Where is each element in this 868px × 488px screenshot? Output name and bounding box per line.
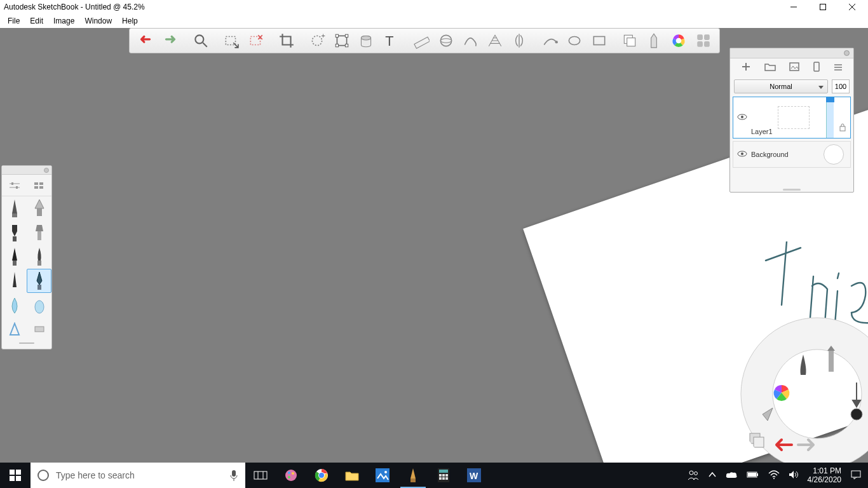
layer-thumbnail [778, 106, 810, 129]
lock-icon[interactable] [839, 123, 846, 134]
tray-battery-icon[interactable] [747, 471, 759, 480]
minimize-button[interactable] [779, 0, 808, 14]
taskbar-app-calculator[interactable] [428, 463, 459, 488]
task-view-button[interactable] [245, 463, 276, 488]
undo-button[interactable] [133, 29, 158, 53]
menu-file[interactable]: File [3, 15, 25, 27]
steady-stroke-button[interactable] [538, 29, 562, 53]
svg-rect-42 [37, 208, 42, 216]
svg-point-76 [288, 471, 290, 474]
layers-panel[interactable]: Normal 100 Layer1 Background [729, 48, 854, 193]
collapse-icon[interactable] [44, 168, 49, 173]
start-button[interactable] [0, 463, 31, 488]
brush-library-toggle[interactable] [27, 175, 51, 196]
brush-chisel[interactable] [27, 220, 51, 245]
visibility-icon[interactable] [737, 149, 750, 160]
brush-inkpen-selected[interactable] [27, 269, 51, 293]
crop-button[interactable] [275, 29, 299, 53]
brush-palette-header[interactable] [2, 166, 51, 175]
selection-clear-button[interactable] [244, 29, 269, 53]
transform-button[interactable] [330, 29, 355, 53]
tray-chevron-up-icon[interactable] [709, 471, 716, 480]
layers-menu-button[interactable] [834, 62, 843, 74]
puck-brush-icon[interactable] [801, 355, 806, 375]
brush-properties-button[interactable] [2, 175, 27, 196]
close-button[interactable] [837, 0, 867, 14]
menu-image[interactable]: Image [48, 15, 79, 27]
taskbar-app-explorer[interactable] [337, 463, 367, 488]
svg-rect-72 [254, 471, 267, 479]
collapse-icon[interactable] [844, 50, 850, 56]
layers-panel-header[interactable] [730, 48, 853, 58]
puck-tools-icon[interactable] [827, 346, 835, 372]
shape-rect-button[interactable] [587, 29, 611, 53]
brush-airbrush[interactable] [27, 196, 51, 220]
perspective-button[interactable] [483, 29, 508, 53]
shape-ellipse-button[interactable] [562, 29, 587, 53]
cortana-icon [37, 469, 50, 482]
symmetry-button[interactable] [507, 29, 532, 53]
layers-button[interactable] [618, 29, 642, 53]
layer-row-background[interactable]: Background [733, 141, 851, 168]
brush-pencil[interactable] [2, 196, 27, 220]
lasso-add-button[interactable]: + [305, 29, 330, 53]
search-box[interactable]: Type here to search [31, 463, 245, 488]
puck-current-brush-icon[interactable] [853, 383, 860, 407]
layer-row-layer1[interactable]: Layer1 [733, 97, 851, 139]
add-layer-button[interactable] [741, 62, 751, 74]
brush-felttip[interactable] [2, 269, 27, 293]
french-curve-button[interactable] [458, 29, 483, 53]
blend-mode-dropdown[interactable]: Normal [734, 79, 828, 93]
ruler-button[interactable] [409, 29, 434, 53]
opacity-field[interactable]: 100 [832, 79, 850, 93]
brush-paintbrush-hard[interactable] [27, 293, 51, 317]
layer-name[interactable]: Layer1 [751, 128, 773, 135]
svg-rect-40 [39, 186, 43, 189]
text-button[interactable]: T [379, 29, 403, 53]
background-color-swatch[interactable] [824, 144, 844, 165]
color-wheel-button[interactable] [667, 29, 691, 53]
menu-help[interactable]: Help [117, 15, 143, 27]
zoom-button[interactable] [189, 29, 214, 53]
selection-rect-button[interactable] [219, 29, 244, 53]
visibility-icon[interactable] [737, 112, 750, 123]
taskbar-app-sketchbook[interactable] [398, 463, 428, 488]
menu-edit[interactable]: Edit [25, 15, 48, 27]
svg-text:T: T [385, 33, 393, 49]
ui-toggle-button[interactable] [691, 29, 715, 53]
brush-ballpoint[interactable] [2, 245, 27, 269]
brush-brushpen[interactable] [27, 245, 51, 269]
layers-panel-resize-handle[interactable] [730, 187, 853, 192]
brush-eraser-hard[interactable] [2, 317, 27, 341]
tray-notifications-icon[interactable] [850, 470, 862, 482]
taskbar-app-chrome[interactable] [306, 463, 337, 488]
taskbar-app-word[interactable]: W [459, 463, 489, 488]
ellipse-guide-button[interactable] [433, 29, 458, 53]
puck-color-icon[interactable] [774, 385, 790, 401]
folder-icon[interactable] [764, 62, 776, 74]
taskbar-app-paint[interactable] [276, 463, 306, 488]
taskbar-app-photos[interactable] [367, 463, 398, 488]
menu-window[interactable]: Window [79, 15, 117, 27]
tray-clock[interactable]: 1:01 PM 4/26/2020 [808, 466, 841, 484]
svg-point-28 [676, 38, 682, 44]
tray-volume-icon[interactable] [789, 470, 799, 481]
brush-library-button[interactable] [642, 29, 667, 53]
svg-rect-47 [37, 285, 41, 290]
device-icon[interactable] [813, 62, 820, 74]
tray-onedrive-icon[interactable] [725, 470, 738, 481]
brush-palette[interactable] [1, 165, 52, 349]
puck-black-swatch[interactable] [851, 409, 862, 420]
mic-icon[interactable] [229, 469, 239, 482]
brush-palette-resize-handle[interactable] [2, 341, 51, 345]
brush-paintbrush-soft[interactable] [2, 293, 27, 317]
brush-marker[interactable] [2, 220, 27, 245]
opacity-slider[interactable] [826, 97, 834, 138]
tray-people-icon[interactable] [687, 469, 700, 482]
tray-wifi-icon[interactable] [768, 470, 780, 481]
image-icon[interactable] [789, 62, 799, 74]
maximize-button[interactable] [808, 0, 837, 14]
fill-button[interactable] [354, 29, 379, 53]
redo-button[interactable] [158, 29, 183, 53]
brush-eraser-soft[interactable] [27, 317, 51, 341]
